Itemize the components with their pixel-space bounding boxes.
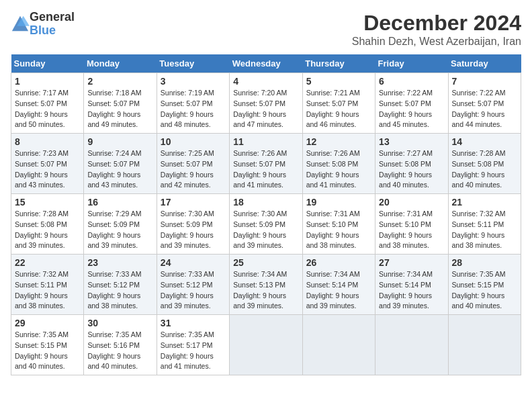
day-number: 18 [233,197,298,208]
calendar-cell [448,315,521,375]
title-section: December 2024 Shahin Dezh, West Azerbaij… [352,11,521,48]
day-details: Sunrise: 7:30 AMSunset: 5:09 PMDaylight:… [161,209,226,251]
day-details: Sunrise: 7:34 AMSunset: 5:14 PMDaylight:… [306,269,371,312]
calendar-cell: 19Sunrise: 7:31 AMSunset: 5:10 PMDayligh… [302,194,375,255]
calendar-cell: 25Sunrise: 7:34 AMSunset: 5:13 PMDayligh… [230,255,302,315]
day-details: Sunrise: 7:35 AMSunset: 5:15 PMDaylight:… [452,269,517,312]
day-details: Sunrise: 7:31 AMSunset: 5:10 PMDaylight:… [379,209,444,251]
day-details: Sunrise: 7:34 AMSunset: 5:13 PMDaylight:… [233,269,298,312]
calendar-cell: 11Sunrise: 7:26 AMSunset: 5:07 PMDayligh… [230,134,302,194]
main-title: December 2024 [352,11,521,36]
day-details: Sunrise: 7:35 AMSunset: 5:17 PMDaylight:… [161,330,226,372]
calendar-cell: 16Sunrise: 7:29 AMSunset: 5:09 PMDayligh… [84,194,157,255]
day-number: 19 [306,197,371,208]
calendar-cell: 23Sunrise: 7:33 AMSunset: 5:12 PMDayligh… [84,255,157,315]
day-details: Sunrise: 7:21 AMSunset: 5:07 PMDaylight:… [306,88,371,130]
day-number: 14 [452,136,517,147]
day-number: 15 [15,197,80,208]
calendar-cell: 14Sunrise: 7:28 AMSunset: 5:08 PMDayligh… [448,134,521,194]
day-number: 2 [87,76,152,87]
week-row-2: 8Sunrise: 7:23 AMSunset: 5:07 PMDaylight… [11,134,521,194]
day-number: 7 [452,76,517,87]
day-number: 5 [306,76,371,87]
day-number: 4 [233,76,298,87]
calendar-table: SundayMondayTuesdayWednesdayThursdayFrid… [11,54,521,375]
page-header: General Blue December 2024 Shahin Dezh, … [11,11,521,48]
calendar-cell: 29Sunrise: 7:35 AMSunset: 5:15 PMDayligh… [11,315,84,375]
day-details: Sunrise: 7:28 AMSunset: 5:08 PMDaylight:… [452,148,517,191]
col-header-saturday: Saturday [448,54,521,73]
week-row-3: 15Sunrise: 7:28 AMSunset: 5:08 PMDayligh… [11,194,521,255]
day-details: Sunrise: 7:35 AMSunset: 5:16 PMDaylight:… [87,330,152,372]
day-details: Sunrise: 7:33 AMSunset: 5:12 PMDaylight:… [161,269,226,312]
day-details: Sunrise: 7:29 AMSunset: 5:09 PMDaylight:… [87,209,152,251]
day-number: 24 [161,257,226,268]
calendar-cell [375,315,448,375]
calendar-cell: 27Sunrise: 7:34 AMSunset: 5:14 PMDayligh… [375,255,448,315]
calendar-cell: 31Sunrise: 7:35 AMSunset: 5:17 PMDayligh… [157,315,229,375]
day-number: 27 [379,257,444,268]
calendar-cell: 2Sunrise: 7:18 AMSunset: 5:07 PMDaylight… [84,73,157,134]
day-number: 21 [452,197,517,208]
calendar-cell: 22Sunrise: 7:32 AMSunset: 5:11 PMDayligh… [11,255,84,315]
day-details: Sunrise: 7:27 AMSunset: 5:08 PMDaylight:… [379,148,444,191]
day-number: 3 [161,76,226,87]
calendar-cell: 8Sunrise: 7:23 AMSunset: 5:07 PMDaylight… [11,134,84,194]
day-details: Sunrise: 7:33 AMSunset: 5:12 PMDaylight:… [87,269,152,312]
calendar-cell: 1Sunrise: 7:17 AMSunset: 5:07 PMDaylight… [11,73,84,134]
col-header-monday: Monday [84,54,157,73]
day-number: 6 [379,76,444,87]
day-number: 10 [161,136,226,147]
day-number: 31 [161,318,226,328]
day-number: 30 [87,318,152,328]
calendar-cell: 5Sunrise: 7:21 AMSunset: 5:07 PMDaylight… [302,73,375,134]
calendar-cell: 13Sunrise: 7:27 AMSunset: 5:08 PMDayligh… [375,134,448,194]
day-number: 16 [87,197,152,208]
day-number: 17 [161,197,226,208]
logo-blue: Blue [30,24,56,37]
calendar-cell: 9Sunrise: 7:24 AMSunset: 5:07 PMDaylight… [84,134,157,194]
calendar-cell: 7Sunrise: 7:22 AMSunset: 5:07 PMDaylight… [448,73,521,134]
day-details: Sunrise: 7:34 AMSunset: 5:14 PMDaylight:… [379,269,444,312]
calendar-cell: 20Sunrise: 7:31 AMSunset: 5:10 PMDayligh… [375,194,448,255]
day-details: Sunrise: 7:17 AMSunset: 5:07 PMDaylight:… [15,88,80,130]
day-details: Sunrise: 7:26 AMSunset: 5:08 PMDaylight:… [306,148,371,191]
col-header-tuesday: Tuesday [157,54,229,73]
calendar-cell: 4Sunrise: 7:20 AMSunset: 5:07 PMDaylight… [230,73,302,134]
day-number: 9 [87,136,152,147]
calendar-cell: 26Sunrise: 7:34 AMSunset: 5:14 PMDayligh… [302,255,375,315]
day-details: Sunrise: 7:26 AMSunset: 5:07 PMDaylight:… [233,148,298,191]
header-row: SundayMondayTuesdayWednesdayThursdayFrid… [11,54,521,73]
calendar-cell: 10Sunrise: 7:25 AMSunset: 5:07 PMDayligh… [157,134,229,194]
day-details: Sunrise: 7:30 AMSunset: 5:09 PMDaylight:… [233,209,298,251]
day-number: 28 [452,257,517,268]
day-details: Sunrise: 7:22 AMSunset: 5:07 PMDaylight:… [452,88,517,130]
day-details: Sunrise: 7:32 AMSunset: 5:11 PMDaylight:… [15,269,80,312]
day-details: Sunrise: 7:19 AMSunset: 5:07 PMDaylight:… [161,88,226,130]
col-header-wednesday: Wednesday [230,54,302,73]
calendar-cell: 3Sunrise: 7:19 AMSunset: 5:07 PMDaylight… [157,73,229,134]
day-number: 26 [306,257,371,268]
calendar-cell: 28Sunrise: 7:35 AMSunset: 5:15 PMDayligh… [448,255,521,315]
subtitle: Shahin Dezh, West Azerbaijan, Iran [352,36,521,48]
day-details: Sunrise: 7:22 AMSunset: 5:07 PMDaylight:… [379,88,444,130]
day-number: 11 [233,136,298,147]
col-header-thursday: Thursday [302,54,375,73]
day-number: 13 [379,136,444,147]
day-number: 20 [379,197,444,208]
day-number: 1 [15,76,80,87]
day-number: 29 [15,318,80,328]
calendar-cell: 18Sunrise: 7:30 AMSunset: 5:09 PMDayligh… [230,194,302,255]
week-row-1: 1Sunrise: 7:17 AMSunset: 5:07 PMDaylight… [11,73,521,134]
day-details: Sunrise: 7:32 AMSunset: 5:11 PMDaylight:… [452,209,517,251]
day-details: Sunrise: 7:23 AMSunset: 5:07 PMDaylight:… [15,148,80,191]
day-number: 23 [87,257,152,268]
day-details: Sunrise: 7:31 AMSunset: 5:10 PMDaylight:… [306,209,371,251]
logo: General Blue [11,11,75,38]
day-number: 25 [233,257,298,268]
calendar-cell: 6Sunrise: 7:22 AMSunset: 5:07 PMDaylight… [375,73,448,134]
day-details: Sunrise: 7:24 AMSunset: 5:07 PMDaylight:… [87,148,152,191]
logo-icon [11,15,30,34]
col-header-friday: Friday [375,54,448,73]
day-number: 22 [15,257,80,268]
